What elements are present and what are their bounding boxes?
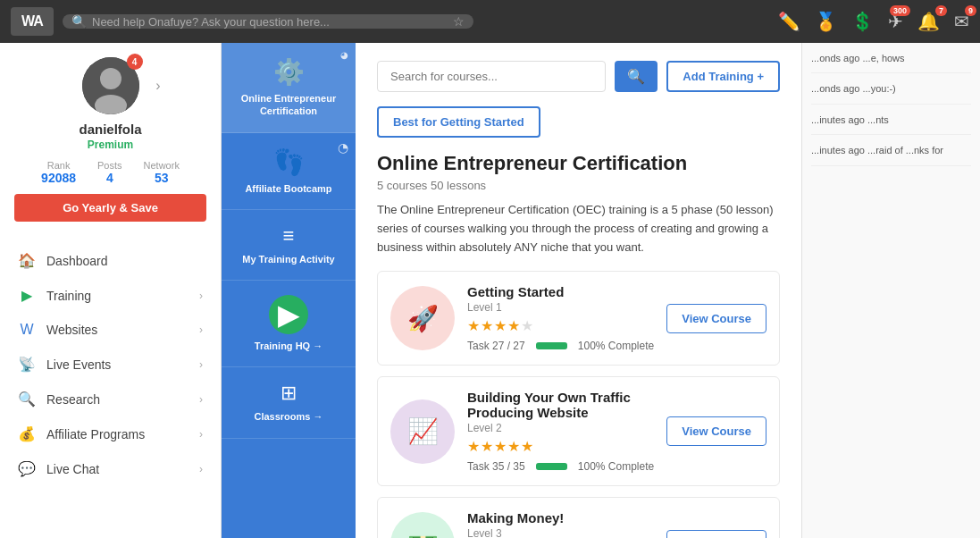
chat-item-1: ...onds ago ...e, hows <box>811 52 971 73</box>
user-badge: Premium <box>88 139 133 151</box>
course-thumb-1: 🚀 <box>390 286 455 350</box>
chevron-icon-liveevents: › <box>199 358 203 371</box>
course-search-bar: 🔍 Add Training + <box>377 61 780 92</box>
course-card-2: 📈 Building Your Own Traffic Producing We… <box>377 376 780 486</box>
ts-item-activity[interactable]: ≡ My Training Activity <box>222 210 356 281</box>
ts-icon-activity: ≡ <box>229 224 348 248</box>
sidebar-item-liveevents[interactable]: 📡 Live Events › <box>0 347 221 382</box>
ts-icon-hq: ▶ <box>269 295 308 334</box>
course-stars-2: ★★★★★ <box>467 438 654 455</box>
app-body: 4 › danielfola Premium Rank 92088 Posts … <box>0 43 980 538</box>
search-bar[interactable]: 🔍 ☆ <box>63 14 473 29</box>
chevron-icon-websites: › <box>199 324 203 336</box>
sidebar-item-websites[interactable]: W Websites › <box>0 313 221 347</box>
dollar-nav-btn[interactable]: 💲 <box>851 11 874 32</box>
rank-nav-btn[interactable]: 🏅 <box>815 11 837 32</box>
ts-progress-oec: ◕ <box>340 50 348 60</box>
course-card-3: 💵 Making Money! Level 3 ★★★★★ Task 28 / … <box>377 497 780 538</box>
right-chat-panel: ...onds ago ...e, hows ...onds ago ...yo… <box>801 43 980 538</box>
search-icon: 🔍 <box>71 14 87 29</box>
view-course-btn-2[interactable]: View Course <box>666 416 766 446</box>
affiliate-icon: 💰 <box>18 425 36 442</box>
course-card-1: 🚀 Getting Started Level 1 ★★★★★ Task 27 … <box>377 271 780 366</box>
stat-network: Network 53 <box>144 160 180 185</box>
chat-item-3: ...inutes ago ...nts <box>811 113 971 135</box>
course-info-1: Getting Started Level 1 ★★★★★ Task 27 / … <box>467 284 654 352</box>
research-icon: 🔍 <box>18 391 36 408</box>
chevron-icon-livechat: › <box>199 463 203 475</box>
notification-badge: 4 <box>127 54 143 70</box>
tab-best-started[interactable]: Best for Getting Started <box>377 106 540 138</box>
plane-badge: 300 <box>890 5 910 16</box>
cert-desc: The Online Entrepreneur Certification (O… <box>377 201 780 256</box>
nav-icons: ✏️ 🏅 💲 ✈ 300 🔔 7 ✉ 9 <box>778 11 969 32</box>
sidebar-item-training[interactable]: ▶ Training › <box>0 278 221 313</box>
chevron-icon-research: › <box>199 393 203 406</box>
progress-bar-wrap-2 <box>536 463 567 470</box>
left-sidebar: 4 › danielfola Premium Rank 92088 Posts … <box>0 43 222 538</box>
username: danielfola <box>79 122 141 137</box>
ts-icon-bootcamp: 👣 <box>229 147 348 177</box>
add-training-button[interactable]: Add Training + <box>666 61 780 92</box>
course-thumb-2: 📈 <box>390 399 455 464</box>
avatar-nav-arrow[interactable]: › <box>155 78 160 94</box>
top-nav: WA 🔍 ☆ ✏️ 🏅 💲 ✈ 300 🔔 7 ✉ 9 <box>0 0 980 43</box>
livechat-icon: 💬 <box>18 460 36 477</box>
ts-item-classrooms[interactable]: ⊞ Classrooms → <box>222 367 356 438</box>
sidebar-nav: 🏠 Dashboard ▶ Training › W Websites › 📡 … <box>0 236 221 493</box>
view-course-btn-1[interactable]: View Course <box>666 304 766 333</box>
cert-header: Online Entrepreneur Certification 5 cour… <box>377 152 780 256</box>
profile-section: 4 › danielfola Premium Rank 92088 Posts … <box>0 57 221 236</box>
progress-bar-wrap-1 <box>536 342 567 349</box>
stat-rank: Rank 92088 <box>41 160 76 185</box>
upgrade-button[interactable]: Go Yearly & Save <box>14 194 206 222</box>
tab-bar: Best for Getting Started <box>377 106 780 138</box>
plane-nav-btn[interactable]: ✈ 300 <box>888 11 903 32</box>
course-search-input[interactable] <box>377 61 606 92</box>
view-course-btn-3[interactable]: View Course <box>666 530 766 538</box>
liveevents-icon: 📡 <box>18 356 36 373</box>
course-progress-2: Task 35 / 35 100% Complete <box>467 460 654 473</box>
progress-bar-fill-2 <box>536 463 567 470</box>
course-search-button[interactable]: 🔍 <box>615 61 658 92</box>
course-info-3: Making Money! Level 3 ★★★★★ Task 28 / 28… <box>467 510 654 538</box>
chevron-icon-affiliate: › <box>199 428 203 441</box>
sidebar-item-dashboard[interactable]: 🏠 Dashboard <box>0 243 221 278</box>
avatar-wrap: 4 › <box>82 57 139 114</box>
course-progress-1: Task 27 / 27 100% Complete <box>467 340 654 352</box>
chat-item-4: ...inutes ago ...raid of ...nks for <box>811 144 971 165</box>
cert-title: Online Entrepreneur Certification <box>377 152 780 175</box>
ts-item-oec[interactable]: ◕ ⚙️ Online Entrepreneur Certification <box>222 43 356 133</box>
training-sidebar: ◕ ⚙️ Online Entrepreneur Certification ◔… <box>222 43 356 538</box>
ts-icon-classrooms: ⊞ <box>229 382 348 405</box>
training-icon: ▶ <box>18 287 36 304</box>
ts-item-bootcamp[interactable]: ◔ 👣 Affiliate Bootcamp <box>222 133 356 210</box>
bell-nav-btn[interactable]: 🔔 7 <box>917 11 940 32</box>
edit-nav-btn[interactable]: ✏️ <box>778 11 800 32</box>
user-stats: Rank 92088 Posts 4 Network 53 <box>41 160 180 185</box>
sidebar-item-research[interactable]: 🔍 Research › <box>0 382 221 416</box>
ts-item-hq[interactable]: ▶ Training HQ → <box>222 281 356 367</box>
stat-posts: Posts 4 <box>97 160 122 185</box>
mail-nav-btn[interactable]: ✉ 9 <box>954 11 969 32</box>
course-thumb-3: 💵 <box>390 512 455 538</box>
bell-badge: 7 <box>935 5 947 16</box>
ts-progress-bootcamp: ◔ <box>338 140 348 155</box>
websites-icon: W <box>18 322 36 338</box>
mail-badge: 9 <box>965 5 976 16</box>
search-input[interactable] <box>92 15 448 29</box>
ts-icon-oec: ⚙️ <box>229 57 348 87</box>
sidebar-item-affiliate[interactable]: 💰 Affiliate Programs › <box>0 416 221 451</box>
chat-item-2: ...onds ago ...you:-) <box>811 82 971 104</box>
sidebar-item-livechat[interactable]: 💬 Live Chat › <box>0 451 221 486</box>
progress-bar-fill-1 <box>536 342 567 349</box>
logo[interactable]: WA <box>11 7 54 36</box>
cert-meta: 5 courses 50 lessons <box>377 179 780 192</box>
course-info-2: Building Your Own Traffic Producing Webs… <box>467 390 654 473</box>
course-stars-1: ★★★★★ <box>467 317 654 334</box>
chevron-icon: › <box>199 290 203 302</box>
svg-point-1 <box>100 68 121 89</box>
course-content: 🔍 Add Training + Best for Getting Starte… <box>356 43 801 538</box>
dashboard-icon: 🏠 <box>18 252 36 269</box>
training-panel: ◕ ⚙️ Online Entrepreneur Certification ◔… <box>222 43 980 538</box>
